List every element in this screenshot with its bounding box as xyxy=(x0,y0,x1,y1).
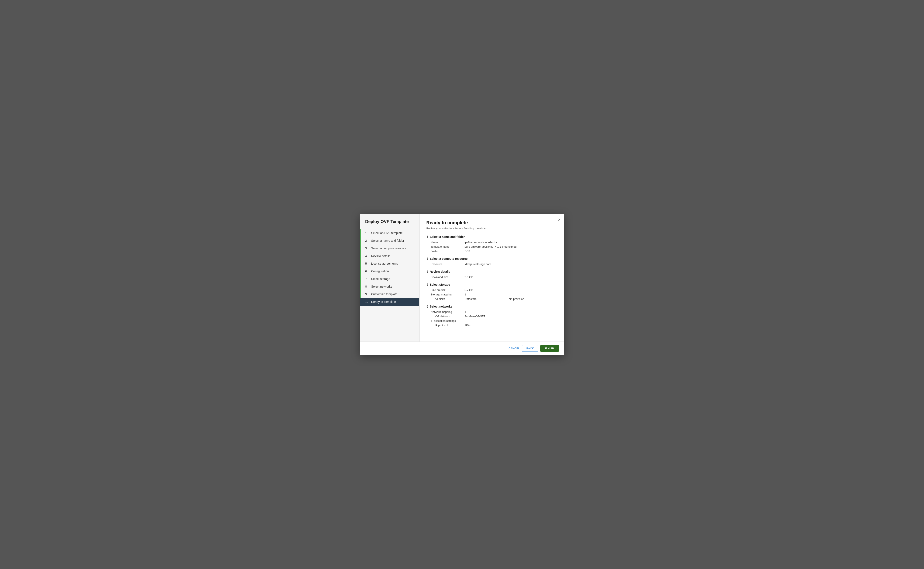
section-rows-review-details: Download size2.6 GB xyxy=(426,275,557,278)
data-row-2-0: Download size2.6 GB xyxy=(431,275,557,278)
step-number-1: 2 xyxy=(365,239,369,242)
row-value-4-3: IPV4 xyxy=(464,324,557,327)
chevron-icon-2: ❮ xyxy=(426,270,428,273)
finish-button[interactable]: FINISH xyxy=(540,345,559,352)
data-row-3-2: All disksDatastore:Thin provision xyxy=(431,297,557,301)
sidebar-items: 1Select an OVF template2Select a name an… xyxy=(360,229,419,306)
section-rows-compute-resource: Resource.dev.purestorage.com xyxy=(426,263,557,266)
section-header-review-details[interactable]: ❮Review details xyxy=(426,270,557,273)
row-value-4-0: 1 xyxy=(464,310,557,313)
section-rows-select-storage: Size on disk5.7 GBStorage mapping1All di… xyxy=(426,288,557,301)
sidebar-item-5[interactable]: 6Configuration xyxy=(360,268,419,275)
sidebar-item-4[interactable]: 5License agreements xyxy=(360,260,419,268)
section-title-review-details: Review details xyxy=(430,270,450,273)
data-row-4-1: VM Network3rdMan-VM-NET xyxy=(431,315,557,318)
step-completed-bar-7 xyxy=(360,283,361,291)
main-title: Ready to complete xyxy=(426,220,557,225)
section-review-details: ❮Review detailsDownload size2.6 GB xyxy=(426,270,557,278)
step-number-4: 5 xyxy=(365,262,369,265)
row-value-3-1: 1 xyxy=(464,293,557,296)
section-select-networks: ❮Select networksNetwork mapping1VM Netwo… xyxy=(426,305,557,327)
sidebar-item-7[interactable]: 8Select networks xyxy=(360,283,419,291)
row-label-3-1: Storage mapping xyxy=(431,293,464,296)
sidebar-item-8[interactable]: 9Customize template xyxy=(360,291,419,298)
row-value-1-0: .dev.purestorage.com xyxy=(464,263,557,266)
row-value-4-1: 3rdMan-VM-NET xyxy=(464,315,557,318)
main-subtitle: Review your selections before finishing … xyxy=(426,227,557,230)
row-label-3-2: All disks xyxy=(431,297,464,301)
back-button[interactable]: BACK xyxy=(522,345,538,352)
data-row-4-2: IP allocation settings xyxy=(431,319,557,323)
chevron-icon-4: ❮ xyxy=(426,305,428,308)
step-completed-bar-3 xyxy=(360,252,361,260)
data-row-3-1: Storage mapping1 xyxy=(431,293,557,296)
section-title-name-folder: Select a name and folder xyxy=(430,235,465,239)
deploy-ovf-dialog: Deploy OVF Template 1Select an OVF templ… xyxy=(360,214,564,355)
step-label-8: Customize template xyxy=(371,292,398,296)
step-completed-bar-1 xyxy=(360,237,361,245)
row-label-4-3: IP protocol xyxy=(431,324,464,327)
section-header-select-networks[interactable]: ❮Select networks xyxy=(426,305,557,308)
row-value2-3-2: Thin provision xyxy=(507,297,524,301)
section-rows-select-networks: Network mapping1VM Network3rdMan-VM-NETI… xyxy=(426,310,557,327)
step-completed-bar-4 xyxy=(360,260,361,268)
row-label-0-1: Template name xyxy=(431,245,464,248)
step-completed-bar-2 xyxy=(360,245,361,252)
row-label-0-0: Name xyxy=(431,240,464,244)
step-completed-bar-6 xyxy=(360,275,361,283)
sidebar-item-6[interactable]: 7Select storage xyxy=(360,275,419,283)
row-label-3-0: Size on disk xyxy=(431,288,464,292)
row-label-4-2: IP allocation settings xyxy=(431,319,464,323)
row-value-3-2: Datastore: xyxy=(464,297,507,301)
section-compute-resource: ❮Select a compute resourceResource.dev.p… xyxy=(426,257,557,266)
step-label-4: License agreements xyxy=(371,262,398,265)
row-label-1-0: Resource xyxy=(431,263,464,266)
sections-container: ❮Select a name and folderNameipv6-vm-ana… xyxy=(426,235,557,327)
sidebar-item-0[interactable]: 1Select an OVF template xyxy=(360,229,419,237)
row-value-0-0: ipv6-vm-analytics-collector xyxy=(464,240,557,244)
data-row-0-0: Nameipv6-vm-analytics-collector xyxy=(431,240,557,244)
step-number-5: 6 xyxy=(365,269,369,273)
sidebar-item-9[interactable]: 10Ready to complete xyxy=(360,298,419,306)
step-number-2: 3 xyxy=(365,246,369,250)
section-name-folder: ❮Select a name and folderNameipv6-vm-ana… xyxy=(426,235,557,253)
main-content: × Ready to complete Review your selectio… xyxy=(420,214,564,342)
step-label-5: Configuration xyxy=(371,269,389,273)
row-value-0-2: DC2 xyxy=(464,250,557,253)
chevron-icon-3: ❮ xyxy=(426,283,428,286)
row-label-4-1: VM Network xyxy=(431,315,464,318)
sidebar-item-2[interactable]: 3Select a compute resource xyxy=(360,245,419,252)
step-number-0: 1 xyxy=(365,231,369,235)
step-completed-bar-8 xyxy=(360,291,361,298)
sidebar-item-1[interactable]: 2Select a name and folder xyxy=(360,237,419,245)
data-row-0-1: Template namepure-vmware-appliance_4.1.1… xyxy=(431,245,557,248)
sidebar-item-3[interactable]: 4Review details xyxy=(360,252,419,260)
cancel-button[interactable]: CANCEL xyxy=(508,347,520,350)
step-completed-bar-5 xyxy=(360,268,361,275)
step-number-8: 9 xyxy=(365,292,369,296)
section-rows-name-folder: Nameipv6-vm-analytics-collectorTemplate … xyxy=(426,240,557,253)
section-header-compute-resource[interactable]: ❮Select a compute resource xyxy=(426,257,557,260)
sidebar: Deploy OVF Template 1Select an OVF templ… xyxy=(360,214,420,342)
row-value-3-0: 5.7 GB xyxy=(464,288,557,292)
dialog-footer: CANCEL BACK FINISH xyxy=(360,342,564,355)
step-label-7: Select networks xyxy=(371,285,392,288)
step-number-3: 4 xyxy=(365,254,369,258)
data-row-4-3: IP protocolIPV4 xyxy=(431,324,557,327)
chevron-icon-1: ❮ xyxy=(426,257,428,260)
row-value-0-1: pure-vmware-appliance_4.1.1-prod-signed xyxy=(464,245,557,248)
section-header-select-storage[interactable]: ❮Select storage xyxy=(426,283,557,286)
section-header-name-folder[interactable]: ❮Select a name and folder xyxy=(426,235,557,239)
step-number-9: 10 xyxy=(365,300,369,304)
chevron-icon-0: ❮ xyxy=(426,235,428,238)
section-title-compute-resource: Select a compute resource xyxy=(430,257,467,260)
data-row-0-2: FolderDC2 xyxy=(431,250,557,253)
step-label-0: Select an OVF template xyxy=(371,231,403,235)
step-label-6: Select storage xyxy=(371,277,390,281)
close-button[interactable]: × xyxy=(558,218,560,222)
section-select-storage: ❮Select storageSize on disk5.7 GBStorage… xyxy=(426,283,557,301)
section-title-select-storage: Select storage xyxy=(430,283,450,286)
data-row-3-0: Size on disk5.7 GB xyxy=(431,288,557,292)
step-label-1: Select a name and folder xyxy=(371,239,404,242)
row-label-2-0: Download size xyxy=(431,275,464,278)
